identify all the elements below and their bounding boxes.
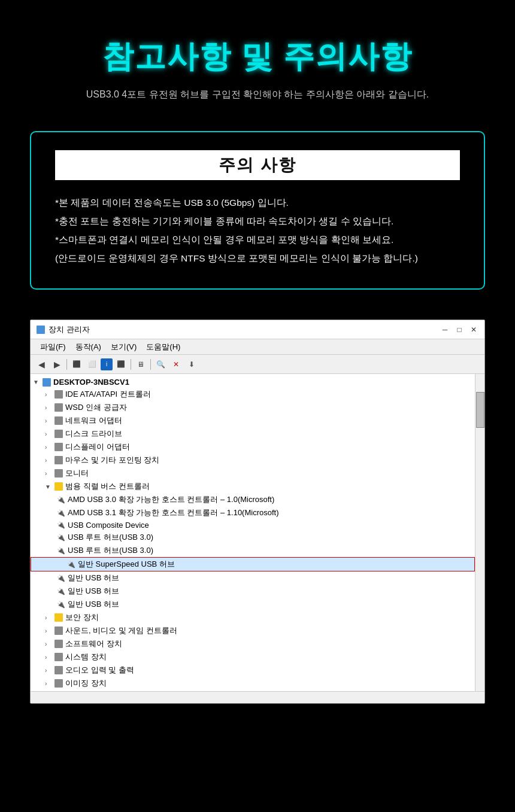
main-title: 참고사항 및 주의사항 [102,36,413,78]
list-item[interactable]: › 사운드, 비디오 및 게임 컨트롤러 [31,624,475,637]
toolbar-btn-2[interactable]: ⬜ [85,357,99,372]
list-item[interactable]: 🔌 AMD USB 3.1 확장 가능한 호스트 컨트롤러 – 1.10(Mic… [31,506,475,519]
notice-box: 주의 사항 *본 제품의 데이터 전송속도는 USB 3.0 (5Gbps) 입… [30,131,485,290]
toolbar-btn-1[interactable]: ⬛ [69,357,84,372]
list-item[interactable]: › 마우스 및 기타 포인팅 장치 [31,454,475,467]
list-item[interactable]: › 소프트웨어 장치 [31,637,475,650]
list-item[interactable]: 🔌 USB 루트 허브(USB 3.0) [31,531,475,544]
minimize-button[interactable]: ─ [440,325,450,334]
item-icon [54,403,63,412]
item-label: 일반 USB 허브 [68,573,119,583]
item-label: 마우스 및 기타 포인팅 장치 [65,455,159,466]
list-item[interactable]: 🔌 USB Composite Device [31,519,475,531]
list-item[interactable]: › 디스플레이 어댑터 [31,440,475,454]
list-item[interactable]: › WSD 인쇄 공급자 [31,401,475,414]
item-icon [54,679,63,688]
list-item[interactable]: 🔌 일반 USB 허브 [31,571,475,585]
maximize-button[interactable]: □ [455,325,464,334]
item-label: AMD USB 3.0 확장 가능한 호스트 컨트롤러 – 1.0(Micros… [68,494,274,505]
item-arrow: › [45,391,52,398]
dm-titlebar-right: ─ □ ✕ [440,325,478,334]
item-icon [54,390,63,399]
notice-line-1: *본 제품의 데이터 전송속도는 USB 3.0 (5Gbps) 입니다. [55,193,460,212]
item-label: WSD 인쇄 공급자 [65,402,127,413]
item-label: 일반 SuperSpeed USB 허브 [78,559,175,570]
item-label: 오디오 입력 및 출력 [65,665,134,676]
item-icon [54,456,63,464]
menu-help[interactable]: 도움말(H) [141,340,185,354]
item-label: AMD USB 3.1 확장 가능한 호스트 컨트롤러 – 1.10(Micro… [68,507,279,518]
dm-menubar: 파일(F) 동작(A) 보기(V) 도움말(H) [31,339,484,355]
dm-status-bar [31,691,484,703]
dm-scrollbar-thumb[interactable] [476,392,484,428]
item-label: 사운드, 비디오 및 게임 컨트롤러 [65,625,177,636]
list-item[interactable]: 🔌 일반 USB 허브 [31,598,475,611]
notice-title: 주의 사항 [55,150,460,180]
toolbar-sep-3 [150,359,151,370]
item-icon [54,416,63,425]
notice-line-2: *충전 포트는 충전하는 기기와 케이블 종류에 따라 속도차이가 생길 수 있… [55,212,460,230]
item-icon: 🔌 [57,495,65,504]
toolbar-refresh[interactable]: ⬇ [184,357,199,372]
tree-root[interactable]: ▼ DESKTOP-3NBSCV1 [31,376,475,388]
item-icon [54,640,63,648]
toolbar-btn-4[interactable]: ⬛ [114,357,128,372]
dm-toolbar: ◀ ▶ ⬛ ⬜ i ⬛ 🖥 🔍 ✕ ⬇ [31,355,484,374]
item-icon [54,653,63,661]
list-item[interactable]: 🔌 AMD USB 3.0 확장 가능한 호스트 컨트롤러 – 1.0(Micr… [31,493,475,506]
menu-action[interactable]: 동작(A) [71,340,106,354]
dm-title-icon [37,326,45,334]
item-arrow: ▼ [45,483,52,490]
toolbar-sep-2 [131,359,131,370]
item-icon: 🔌 [57,600,65,609]
dm-titlebar: 장치 관리자 ─ □ ✕ [31,320,484,339]
item-label: 모니터 [65,468,89,479]
toolbar-forward[interactable]: ▶ [50,357,64,372]
list-item[interactable]: › 디스크 드라이브 [31,427,475,440]
item-label: 디스플레이 어댑터 [65,442,130,452]
subtitle: USB3.0 4포트 유전원 허브를 구입전 확인해야 하는 주의사항은 아래와… [86,89,429,101]
list-item[interactable]: › 인쇄 대기열 [31,690,475,691]
item-icon [54,469,63,478]
item-icon [54,443,63,451]
list-item[interactable]: › 오디오 입력 및 출력 [31,664,475,677]
list-item[interactable]: › 보안 장치 [31,611,475,624]
tree-root-label: DESKTOP-3NBSCV1 [53,378,129,387]
item-arrow: › [45,444,52,451]
toolbar-back[interactable]: ◀ [34,357,49,372]
list-item[interactable]: 🔌 USB 루트 허브(USB 3.0) [31,544,475,557]
toolbar-btn-3[interactable]: i [101,358,113,370]
close-button[interactable]: ✕ [469,325,478,334]
item-icon: 🔌 [57,533,65,542]
toolbar-delete[interactable]: ✕ [169,357,183,372]
item-label: IDE ATA/ATAPI 컨트롤러 [65,389,151,400]
item-arrow: › [45,628,52,634]
toolbar-search[interactable]: 🔍 [153,357,168,372]
list-item[interactable]: ▼ 범용 직렬 버스 컨트롤러 [31,480,475,493]
menu-view[interactable]: 보기(V) [106,340,141,354]
highlighted-superspeed-hub[interactable]: 🔌 일반 SuperSpeed USB 허브 [31,557,475,571]
dm-content: ▼ DESKTOP-3NBSCV1 › IDE ATA/ATAPI 컨트롤러 ›… [31,374,484,691]
page-wrapper: 참고사항 및 주의사항 USB3.0 4포트 유전원 허브를 구입전 확인해야 … [0,0,515,775]
toolbar-monitor[interactable]: 🖥 [134,357,148,372]
list-item[interactable]: 🔌 일반 USB 허브 [31,585,475,598]
item-icon [54,627,63,635]
item-label: USB Composite Device [68,521,149,530]
list-item[interactable]: › 시스템 장치 [31,650,475,664]
item-label: 이미징 장치 [65,678,107,689]
tree-root-icon [43,378,51,387]
item-label: USB 루트 허브(USB 3.0) [68,545,153,556]
list-item[interactable]: › 네트워크 어댑터 [31,414,475,427]
menu-file[interactable]: 파일(F) [35,340,71,354]
item-label: 시스템 장치 [65,652,107,662]
item-arrow: › [45,680,52,687]
list-item[interactable]: › IDE ATA/ATAPI 컨트롤러 [31,388,475,401]
device-manager-window: 장치 관리자 ─ □ ✕ 파일(F) 동작(A) 보기(V) 도움말(H) ◀ … [30,320,485,704]
dm-scrollbar[interactable] [475,374,484,691]
dm-tree[interactable]: ▼ DESKTOP-3NBSCV1 › IDE ATA/ATAPI 컨트롤러 ›… [31,374,475,691]
item-icon: 🔌 [67,560,75,568]
item-label: 범용 직렬 버스 컨트롤러 [65,481,150,492]
item-arrow: › [45,470,52,477]
list-item[interactable]: › 이미징 장치 [31,677,475,690]
list-item[interactable]: › 모니터 [31,467,475,480]
